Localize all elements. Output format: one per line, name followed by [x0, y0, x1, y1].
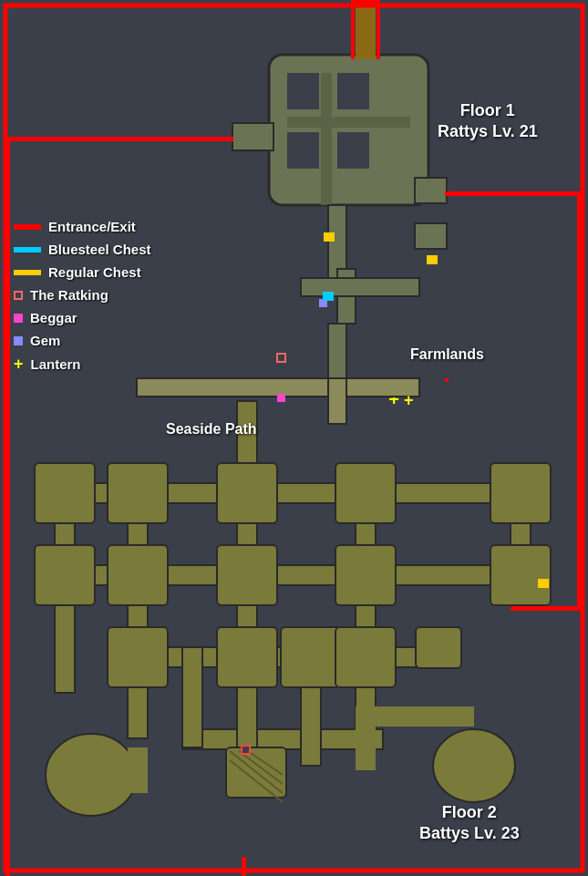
- svg-text:+: +: [404, 391, 414, 409]
- farmlands-label: Farmlands: [410, 346, 484, 363]
- svg-rect-60: [5, 137, 10, 876]
- svg-rect-45: [128, 747, 148, 793]
- regular-chest-icon: [14, 270, 41, 275]
- svg-rect-2: [287, 73, 319, 109]
- svg-rect-41: [217, 627, 277, 687]
- svg-rect-14: [301, 278, 419, 296]
- entrance-exit-icon: [14, 224, 41, 230]
- ratking-icon: [14, 291, 23, 300]
- svg-point-44: [46, 734, 137, 816]
- svg-rect-71: [538, 579, 549, 588]
- svg-rect-58: [377, 0, 380, 59]
- svg-rect-54: [416, 627, 461, 668]
- legend-entrance-exit: Entrance/Exit: [14, 219, 151, 234]
- svg-rect-66: [277, 354, 285, 362]
- floor1-sublabel: Rattys Lv. 21: [438, 121, 538, 142]
- floor2-label: Floor 2 Battys Lv. 23: [419, 802, 520, 845]
- svg-rect-11: [415, 178, 447, 203]
- svg-rect-35: [35, 545, 95, 605]
- lantern-label: Lantern: [31, 356, 81, 372]
- svg-rect-72: [323, 292, 334, 301]
- svg-rect-57: [351, 0, 355, 59]
- svg-rect-22: [182, 729, 383, 749]
- svg-rect-40: [108, 627, 168, 687]
- svg-rect-59: [5, 137, 233, 141]
- ratking-label: The Ratking: [30, 287, 108, 303]
- svg-rect-3: [337, 73, 369, 109]
- svg-rect-70: [427, 255, 438, 264]
- svg-rect-32: [217, 463, 277, 523]
- svg-rect-75: [445, 378, 449, 382]
- seaside-path-label: Seaside Path: [166, 421, 257, 438]
- legend-ratking: The Ratking: [14, 287, 151, 303]
- legend-gem: Gem: [14, 333, 151, 348]
- svg-rect-10: [232, 123, 273, 150]
- floor1-title: Floor 1: [438, 100, 538, 121]
- svg-point-51: [433, 729, 515, 802]
- svg-rect-8: [356, 0, 376, 59]
- floor2-sublabel: Battys Lv. 23: [419, 823, 520, 844]
- legend-regular-chest: Regular Chest: [14, 264, 151, 280]
- svg-rect-53: [356, 706, 474, 727]
- lantern-icon: +: [14, 356, 24, 372]
- regular-chest-label: Regular Chest: [48, 264, 141, 280]
- legend-beggar: Beggar: [14, 310, 151, 325]
- svg-rect-36: [108, 545, 168, 605]
- svg-rect-62: [445, 191, 582, 196]
- svg-rect-42: [281, 627, 341, 687]
- entrance-exit-label: Entrance/Exit: [48, 219, 136, 234]
- bluesteel-chest-label: Bluesteel Chest: [48, 242, 151, 257]
- svg-rect-7: [287, 117, 410, 128]
- svg-rect-56: [351, 0, 380, 7]
- svg-rect-30: [35, 463, 95, 523]
- svg-rect-74: [242, 746, 250, 754]
- svg-rect-38: [335, 545, 396, 605]
- svg-rect-4: [287, 132, 319, 169]
- svg-rect-34: [490, 463, 551, 523]
- svg-rect-37: [217, 545, 277, 605]
- svg-rect-18: [328, 378, 346, 424]
- svg-rect-5: [337, 132, 369, 169]
- legend-bluesteel-chest: Bluesteel Chest: [14, 242, 151, 257]
- svg-rect-43: [335, 627, 396, 687]
- svg-rect-6: [321, 73, 332, 205]
- svg-rect-31: [108, 463, 168, 523]
- svg-rect-64: [511, 606, 582, 611]
- svg-rect-39: [490, 545, 551, 605]
- svg-rect-12: [415, 223, 447, 249]
- svg-rect-33: [335, 463, 396, 523]
- svg-rect-63: [577, 191, 582, 611]
- gem-icon: [14, 336, 23, 345]
- legend-lantern: + Lantern: [14, 356, 151, 372]
- beggar-label: Beggar: [30, 310, 77, 325]
- svg-rect-65: [242, 857, 246, 876]
- floor1-label: Floor 1 Rattys Lv. 21: [438, 100, 538, 143]
- svg-rect-69: [324, 232, 335, 242]
- bluesteel-chest-icon: [14, 247, 41, 252]
- svg-rect-29: [182, 647, 202, 747]
- beggar-icon: [14, 314, 23, 323]
- legend: Entrance/Exit Bluesteel Chest Regular Ch…: [14, 219, 151, 372]
- gem-label: Gem: [30, 333, 60, 348]
- floor2-title: Floor 2: [419, 802, 520, 823]
- svg-rect-67: [277, 394, 285, 402]
- svg-rect-15: [328, 324, 346, 378]
